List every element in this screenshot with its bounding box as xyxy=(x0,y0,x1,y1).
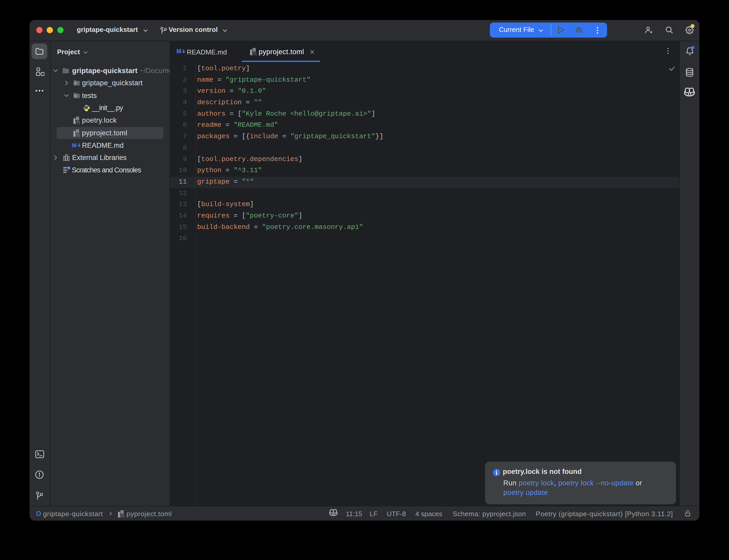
svg-text:M: M xyxy=(72,143,76,149)
svg-text:M: M xyxy=(176,48,181,55)
svg-text:[T]: [T] xyxy=(75,133,80,137)
svg-text:[T]: [T] xyxy=(120,514,124,518)
svg-text:[T]: [T] xyxy=(75,120,80,124)
svg-text:[T]: [T] xyxy=(252,52,256,56)
